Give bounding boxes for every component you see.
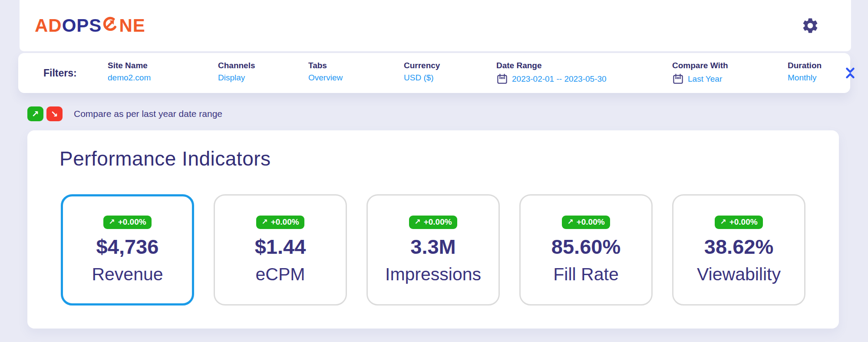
filter-duration-label: Duration [788,61,822,70]
collapse-filters-icon[interactable] [842,63,859,83]
logo-text-ops: OPS [62,15,102,36]
kpi-change-badge: ↗ +0.00% [256,216,304,229]
kpi-label: eCPM [256,264,305,285]
kpi-change-badge: ↗ +0.00% [562,216,610,229]
filter-compare-with-label: Compare With [672,61,728,70]
filter-site-name-value[interactable]: demo2.com [108,73,151,83]
filter-channels-value[interactable]: Display [218,73,245,83]
compare-legend-text: Compare as per last year date range [74,109,222,119]
kpi-change-value: +0.00% [118,217,146,227]
top-header: ADOPS NE [20,0,851,51]
kpi-change-value: +0.00% [729,217,758,227]
kpi-card-fill-rate[interactable]: ↗ +0.00% 85.60% Fill Rate [519,194,653,305]
filters-label: Filters: [43,67,77,79]
trend-up-icon: ↗ [720,217,726,226]
kpi-value: 3.3M [410,235,456,259]
kpi-label: Impressions [385,264,481,285]
kpi-card-viewability[interactable]: ↗ +0.00% 38.62% Viewability [672,194,805,305]
filter-tabs-value[interactable]: Overview [308,73,343,83]
kpi-value: 85.60% [551,235,620,259]
kpi-card-ecpm[interactable]: ↗ +0.00% $1.44 eCPM [214,194,347,305]
kpi-change-value: +0.00% [577,217,605,227]
trend-up-icon: ↗ [261,217,267,226]
filters-bar: Filters: Site Name demo2.com Channels Di… [18,53,850,93]
filter-site-name-label: Site Name [108,61,148,70]
filter-tabs-label: Tabs [308,61,327,70]
logo-text-ad: AD [35,15,62,36]
kpi-value: 38.62% [704,235,773,259]
kpi-change-value: +0.00% [271,217,299,227]
trend-up-icon: ↗ [109,217,115,226]
logo-text-ne: NE [119,15,145,36]
compare-legend: ↗ ↘ Compare as per last year date range [27,106,222,121]
trend-down-icon: ↘ [46,106,63,121]
kpi-card-revenue[interactable]: ↗ +0.00% $4,736 Revenue [61,194,194,305]
filter-date-range-value[interactable]: 2023-02-01 -- 2023-05-30 [496,73,607,85]
filter-date-range-label: Date Range [496,61,542,70]
kpi-card-impressions[interactable]: ↗ +0.00% 3.3M Impressions [366,194,500,305]
trend-up-icon: ↗ [27,106,43,121]
date-range-text: 2023-02-01 -- 2023-05-30 [512,74,607,84]
kpi-change-badge: ↗ +0.00% [715,216,762,229]
filter-currency-label: Currency [404,61,440,70]
kpi-card-row: ↗ +0.00% $4,736 Revenue ↗ +0.00% $1.44 e… [61,194,805,305]
kpi-value: $1.44 [255,235,306,259]
filter-currency-value[interactable]: USD ($) [404,73,434,83]
kpi-change-value: +0.00% [424,217,452,227]
performance-indicators-title: Performance Indicators [59,147,271,170]
kpi-label: Revenue [92,264,163,285]
kpi-change-badge: ↗ +0.00% [409,216,457,229]
settings-gear-icon[interactable] [801,16,820,35]
kpi-label: Viewability [697,264,781,285]
filter-duration-value[interactable]: Monthly [788,73,817,83]
compare-with-text: Last Year [688,74,722,84]
kpi-change-badge: ↗ +0.00% [103,216,151,229]
filter-compare-with-value[interactable]: Last Year [672,73,722,85]
kpi-label: Fill Rate [553,264,618,285]
trend-up-icon: ↗ [567,217,573,226]
performance-indicators-panel: Performance Indicators ↗ +0.00% $4,736 R… [27,130,839,329]
calendar-icon [496,73,508,85]
adopsone-logo[interactable]: ADOPS NE [35,15,145,36]
trend-up-icon: ↗ [414,217,420,226]
kpi-value: $4,736 [96,235,159,259]
logo-arrow-circle-icon [102,15,119,36]
calendar-icon [672,73,684,85]
filter-channels-label: Channels [218,61,255,70]
